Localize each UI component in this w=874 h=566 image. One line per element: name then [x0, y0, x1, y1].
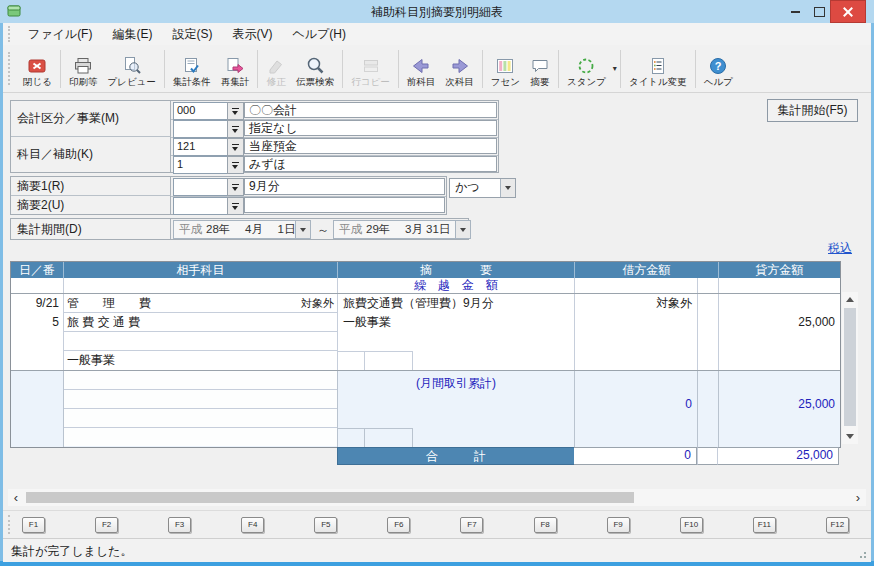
toolbar-aggregate-settings-button[interactable]: 集計条件 [168, 46, 216, 91]
toolbar-recalculate-button[interactable]: 再集計 [216, 46, 255, 91]
fkey-f1[interactable]: F1 [22, 517, 45, 533]
chevron-down-icon[interactable] [455, 221, 470, 238]
toolbar-help-button[interactable]: ? ヘルプ [699, 46, 738, 91]
grand-total-debit: 0 [574, 447, 697, 465]
fkey-f11[interactable]: F11 [753, 517, 776, 533]
toolbar-title-change-button[interactable]: タイトル変更 [624, 46, 692, 91]
toolbar-summary-button[interactable]: 摘要 [525, 46, 555, 91]
toolbar-preview-button[interactable]: プレビュー [102, 46, 160, 91]
minimize-button[interactable] [784, 3, 806, 20]
vertical-scroll-thumb[interactable] [844, 308, 856, 426]
fkey-f9[interactable]: F9 [607, 517, 630, 533]
table-row[interactable]: 一般事業 [11, 351, 840, 370]
subsidiary-name-field[interactable]: みずほ [244, 156, 497, 172]
chevron-down-icon[interactable] [500, 179, 515, 197]
toolbar-prev-account-button[interactable]: 前科目 [402, 46, 441, 91]
stamp-dropdown-caret[interactable]: ▾ [613, 64, 617, 73]
toolbar-next-account-button[interactable]: 次科目 [440, 46, 479, 91]
help-icon: ? [708, 55, 728, 76]
toolbar-grip [8, 52, 13, 85]
summary2-label: 摘要2(U) [11, 196, 171, 214]
window-title: 補助科目別摘要別明細表 [0, 4, 874, 21]
carryover-label: 繰 越 金 額 [338, 278, 575, 293]
horizontal-scroll-thumb[interactable] [26, 492, 634, 503]
table-row[interactable]: 5 旅 費 交 通 費 一般事業 25,000 [11, 313, 840, 332]
sticky-note-icon [495, 55, 515, 76]
summary-operator-select[interactable]: かつ [449, 178, 516, 198]
status-message: 集計が完了しました。 [11, 543, 132, 560]
summary-bubble-icon [530, 55, 550, 76]
fkey-f5[interactable]: F5 [314, 517, 337, 533]
fkey-f8[interactable]: F8 [534, 517, 557, 533]
monthly-credit-total: 25,000 [719, 371, 840, 447]
table-row[interactable] [11, 332, 840, 351]
edit-icon [266, 55, 286, 76]
fkey-f10[interactable]: F10 [680, 517, 703, 533]
account-division-lookup-button[interactable] [227, 102, 244, 120]
fkey-f3[interactable]: F3 [168, 517, 191, 533]
toolbar-separator [257, 50, 258, 88]
account-division-label: 会計区分／事業(M) [11, 101, 171, 137]
start-aggregation-button[interactable]: 集計開始(F5) [767, 99, 858, 122]
maximize-button[interactable] [808, 3, 830, 20]
chevron-down-icon [846, 434, 854, 439]
table-row[interactable]: 9/21 対象外管 理 費 旅費交通費（管理費）9月分 対象外 [11, 294, 840, 313]
menu-grip [8, 26, 13, 41]
account-division-name-field[interactable]: 〇〇会計 [244, 102, 497, 118]
grand-total-label: 合 計 [337, 447, 574, 465]
subsidiary-lookup-button[interactable] [227, 156, 244, 174]
fkey-f6[interactable]: F6 [387, 517, 410, 533]
recalculate-icon [225, 55, 245, 76]
period-from-select[interactable]: 平成 28年 4月 1日 [173, 220, 311, 239]
scroll-up-button[interactable] [842, 292, 858, 307]
business-code-input[interactable] [173, 120, 229, 138]
close-button[interactable] [830, 0, 866, 23]
lookup-dropdown-icon [232, 107, 239, 115]
fkey-f2[interactable]: F2 [95, 517, 118, 533]
subject-lookup-button[interactable] [227, 138, 244, 156]
subject-name-field[interactable]: 当座預金 [244, 138, 497, 154]
summary1-code-input[interactable] [173, 178, 229, 196]
scroll-right-button[interactable]: › [850, 489, 866, 506]
horizontal-scrollbar[interactable]: ‹ › [8, 489, 866, 506]
grand-total-row: 合 計 0 25,000 [10, 447, 839, 463]
summary1-label: 摘要1(R) [11, 177, 171, 196]
fkey-f4[interactable]: F4 [241, 517, 264, 533]
scroll-left-button[interactable]: ‹ [8, 489, 24, 506]
business-lookup-button[interactable] [227, 120, 244, 138]
header-summary: 摘 要 [338, 262, 575, 278]
fkey-f12[interactable]: F12 [826, 517, 849, 533]
printer-icon [73, 55, 93, 76]
summary1-lookup-button[interactable] [227, 178, 244, 196]
account-division-code-input[interactable]: 000 [173, 102, 229, 120]
toolbar-close-button[interactable]: 閉じる [18, 46, 57, 91]
menu-edit[interactable]: 編集(E) [102, 24, 162, 45]
subject-code-input[interactable]: 121 [173, 138, 229, 156]
menu-settings[interactable]: 設定(S) [162, 24, 222, 45]
toolbar-stamp-button[interactable]: スタンプ [562, 46, 611, 91]
monthly-total-section: (月間取引累計) 0 25,000 [11, 370, 840, 447]
summary2-code-input[interactable] [173, 197, 229, 215]
summary2-text-input[interactable] [244, 197, 445, 213]
resize-grip[interactable] [857, 549, 867, 559]
toolbar-separator [695, 50, 696, 88]
period-to-select[interactable]: 平成 29年 3月 31日 [333, 220, 471, 239]
summary2-lookup-button[interactable] [227, 197, 244, 215]
tax-included-link[interactable]: 税込 [828, 240, 852, 257]
menu-help[interactable]: ヘルプ(H) [282, 24, 356, 45]
chevron-down-icon[interactable] [295, 221, 310, 238]
toolbar-sticky-note-button[interactable]: フセン [486, 46, 525, 91]
fkey-f7[interactable]: F7 [460, 517, 483, 533]
toolbar-slip-search-button[interactable]: 伝票検索 [291, 46, 339, 91]
subsidiary-code-input[interactable]: 1 [173, 156, 229, 174]
business-name-field[interactable]: 指定なし [244, 120, 497, 136]
stamp-icon [576, 55, 596, 76]
title-bar: 補助科目別摘要別明細表 [0, 0, 874, 23]
vertical-scrollbar[interactable] [842, 292, 858, 444]
header-date: 日／番 [11, 262, 64, 278]
scroll-down-button[interactable] [842, 429, 858, 444]
menu-file[interactable]: ファイル(F) [18, 24, 102, 45]
toolbar-print-button[interactable]: 印刷等 [64, 46, 103, 91]
menu-view[interactable]: 表示(V) [222, 24, 282, 45]
summary1-text-input[interactable]: 9月分 [244, 178, 445, 195]
